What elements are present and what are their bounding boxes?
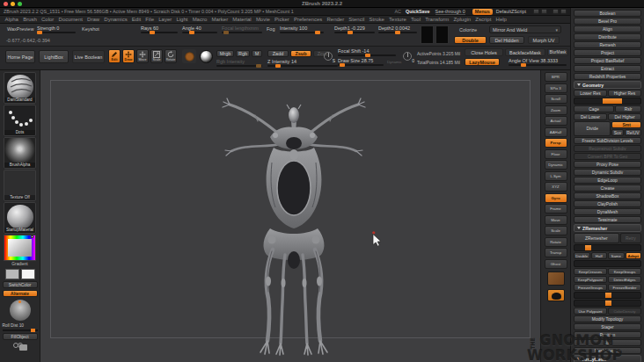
current-texture-thumbnail[interactable]: Texture Off <box>4 170 36 201</box>
menu-stencil[interactable]: Stencil <box>347 17 367 22</box>
menu-brush[interactable]: Brush <box>21 17 40 22</box>
live-boolean-button[interactable]: Live Boolean <box>72 50 105 63</box>
lightbox-button[interactable]: LightBox <box>39 50 69 63</box>
draw-button[interactable]: Draw <box>122 49 135 63</box>
tool-panel-button-boolean[interactable]: Boolean <box>574 10 641 17</box>
menu-zplugin[interactable]: Zplugin <box>451 17 473 22</box>
menu-preferences[interactable]: Preferences <box>291 17 325 22</box>
fill-object-button[interactable]: FillObject <box>3 333 38 340</box>
shelf-button-rotate[interactable]: Rotate <box>545 237 567 247</box>
menu-macro[interactable]: Macro <box>190 17 209 22</box>
zremesher-section-header[interactable]: ZRemesher <box>574 224 641 232</box>
color-picker[interactable] <box>4 235 36 261</box>
smt-toggle[interactable]: Smt <box>611 121 641 128</box>
modify-topology-button[interactable]: Modify Topology <box>574 315 641 322</box>
blur-mask-button[interactable]: BlurMask <box>547 48 568 56</box>
home-page-button[interactable]: Home Page <box>5 50 35 63</box>
rotate-button[interactable]: Rotate <box>165 49 177 63</box>
keep-creases-toggle[interactable]: KeepCreases <box>574 268 607 275</box>
depth2-slider[interactable]: Depth2 0.0042 <box>378 25 417 33</box>
fog-label[interactable]: Fog <box>267 26 274 32</box>
menu-stroke[interactable]: Stroke <box>367 17 387 22</box>
movie-camera-icon[interactable] <box>13 343 27 351</box>
zsub-button[interactable]: Zsub <box>290 50 311 57</box>
menu-material[interactable]: Material <box>231 17 254 22</box>
intensity-slider[interactable]: Intensity 100 <box>280 25 324 33</box>
convert-bpr-to-geo-button[interactable]: Convert BPR To Geo <box>574 153 641 160</box>
alternate-button[interactable]: Alternate <box>3 290 38 297</box>
colorize-label[interactable]: Colorize <box>459 27 477 33</box>
layers-icon[interactable] <box>541 9 547 14</box>
freeze-groups-toggle[interactable]: FreezeGroups <box>574 284 607 291</box>
shelf-button-zoom[interactable]: Zoom <box>545 105 567 115</box>
menu-layer[interactable]: Layer <box>157 17 174 22</box>
stroke-curve-dial[interactable]: S <box>324 52 334 62</box>
keep-polypaint-toggle[interactable]: KeepPolypaint <box>574 276 607 283</box>
backface-mask-button[interactable]: BackfaceMask <box>505 48 545 56</box>
keyshot-label[interactable]: Keyshot <box>82 26 99 32</box>
menu-document[interactable]: Document <box>56 17 85 22</box>
half-mode-button[interactable]: Half <box>591 252 608 259</box>
mirror-and-weld-dropdown[interactable]: Mirror And Weld ▾ <box>489 25 561 33</box>
retry-button[interactable]: Retry <box>620 233 642 243</box>
menu-picker[interactable]: Picker <box>272 17 291 22</box>
close-holes-button[interactable]: Close Holes <box>465 48 503 56</box>
menu-draw[interactable]: Draw <box>85 17 102 22</box>
m-button[interactable]: M <box>252 50 262 57</box>
brush-preset-icon[interactable] <box>560 9 567 14</box>
shelf-button-persp[interactable]: Persp <box>545 138 567 148</box>
ghost-transparency-button[interactable] <box>547 289 565 301</box>
adapt-mode-button[interactable]: Adapt <box>626 252 642 259</box>
geometry-section-header[interactable]: Geometry <box>574 81 641 89</box>
menu-transform[interactable]: Transform <box>423 17 451 22</box>
subpalette-button-stager[interactable]: Stager <box>574 323 641 330</box>
focal-length-slider[interactable]: Focal lengthxmm <box>222 25 262 33</box>
depth1-slider[interactable]: Depth1 -0.229 <box>334 25 375 33</box>
roll-dist-slider[interactable]: Roll Dist 10 <box>3 323 38 331</box>
shelf-button-scroll[interactable]: Scroll <box>545 94 567 104</box>
zremesher-button[interactable]: ZRemesher <box>574 233 619 243</box>
suv-toggle[interactable]: Suv <box>611 129 623 136</box>
adaptive-size-slider[interactable]: AdaptiveSize 50 <box>574 292 641 299</box>
sdiv-slider[interactable]: SDiv 4 <box>574 98 641 105</box>
lower-res-button[interactable]: Lower Res <box>574 90 607 97</box>
rays-slider[interactable]: Rays 60 <box>141 25 178 33</box>
move-button[interactable]: Move <box>136 49 149 63</box>
menu-help[interactable]: Help <box>494 17 509 22</box>
menu-render[interactable]: Render <box>325 17 347 22</box>
current-stroke-thumbnail[interactable]: Dots <box>4 105 36 136</box>
geometry-button-claypolish[interactable]: ClayPolish <box>574 200 641 207</box>
color-picker-inner[interactable] <box>8 239 32 257</box>
double-mode-button[interactable]: Double <box>574 252 590 259</box>
menus-button[interactable]: Menus <box>472 9 493 15</box>
sculpt-model-creature[interactable] <box>219 97 369 360</box>
switch-color-button[interactable]: SwitchColor <box>3 281 38 288</box>
shelf-button-move[interactable]: Move <box>545 215 567 225</box>
geometry-button-crease[interactable]: Crease <box>574 185 641 192</box>
focal-shift-slider[interactable]: Focal Shift -14 <box>338 48 396 56</box>
reconstruct-subdiv-button[interactable]: Reconstruct Subdiv <box>574 145 641 152</box>
menu-tool[interactable]: Tool <box>408 17 422 22</box>
tool-panel-button-project-basrelief[interactable]: Project BasRelief <box>574 57 641 64</box>
wax-preview-label[interactable]: WaxPreview <box>7 26 33 32</box>
higher-res-button[interactable]: Higher Res <box>608 90 641 97</box>
geometry-button-dynamic-subdiv[interactable]: Dynamic Subdiv <box>574 169 641 176</box>
keep-groups-toggle[interactable]: KeepGroups <box>608 268 641 275</box>
menu-file[interactable]: File <box>143 17 157 22</box>
depth-cavity-swatch[interactable] <box>421 25 434 44</box>
secondary-color-swatch[interactable] <box>21 269 35 279</box>
geometry-button-edgeloop[interactable]: EdgeLoop <box>574 177 641 184</box>
shelf-button-scale[interactable]: Scale <box>545 226 567 235</box>
reluv-button[interactable]: RelUV <box>625 129 641 136</box>
edit-button[interactable]: Edit <box>108 49 121 63</box>
smooth-groups-slider[interactable]: SmoothGroups <box>574 260 641 267</box>
tool-panel-button-extract[interactable]: Extract <box>574 65 641 72</box>
tool-panel-button-project[interactable]: Project <box>574 49 641 56</box>
zadd-button[interactable]: Zadd <box>267 50 289 57</box>
quicksave-button[interactable]: QuickSave <box>406 9 430 14</box>
freeze-subdivision-levels-button[interactable]: Freeze SubDivision Levels <box>574 137 641 144</box>
current-alpha-thumbnail[interactable]: BrushAlpha <box>4 137 36 169</box>
angle-slider[interactable]: Angle 40 <box>182 25 217 33</box>
shelf-button-gyro[interactable]: Gyro <box>545 193 567 203</box>
dynamic-toggle[interactable]: Dynamic <box>387 60 402 65</box>
